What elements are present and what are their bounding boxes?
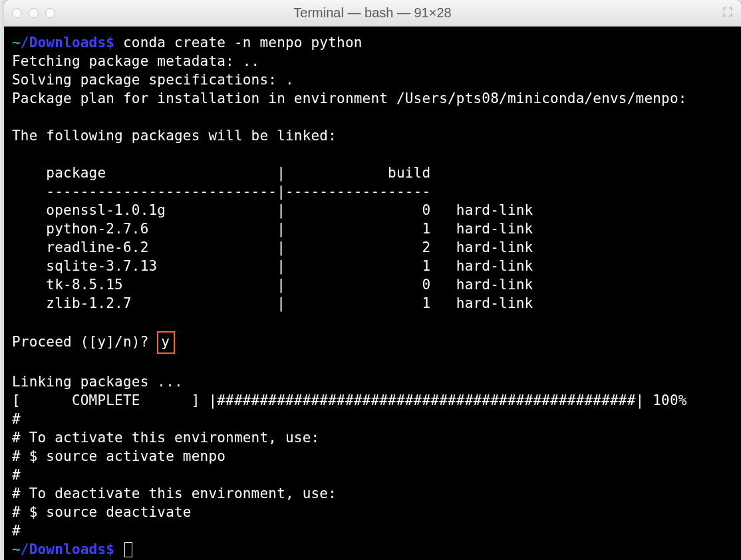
prompt-tilde: ~	[12, 35, 21, 51]
close-button[interactable]	[12, 8, 22, 18]
prompt-dollar: $	[106, 541, 114, 557]
prompt-dollar: $	[106, 35, 114, 51]
zoom-button[interactable]	[45, 8, 55, 18]
table-row: zlib-1.2.7 | 1 hard-link	[12, 295, 533, 311]
output-line: Linking packages ...	[12, 374, 183, 390]
minimize-button[interactable]	[29, 8, 39, 18]
table-header: package | build	[12, 165, 430, 181]
titlebar[interactable]: Terminal — bash — 91×28	[4, 0, 741, 27]
prompt-tilde: ~	[12, 541, 21, 557]
table-row: sqlite-3.7.13 | 1 hard-link	[12, 258, 533, 274]
traffic-lights	[12, 8, 55, 18]
comment-line: # To activate this environment, use:	[12, 430, 319, 446]
comment-line: #	[12, 411, 21, 427]
window-title: Terminal — bash — 91×28	[293, 5, 451, 21]
table-row: python-2.7.6 | 1 hard-link	[12, 221, 533, 237]
terminal-window: Terminal — bash — 91×28 ~/Downloads$ con…	[4, 0, 741, 560]
comment-line: # $ source deactivate	[12, 504, 192, 520]
comment-line: #	[12, 523, 21, 539]
proceed-prompt: Proceed ([y]/n)?	[12, 334, 149, 350]
comment-line: # $ source activate menpo	[12, 448, 225, 464]
comment-line: #	[12, 467, 21, 483]
table-row: tk-8.5.15 | 0 hard-link	[12, 277, 533, 293]
prompt-path: /Downloads	[21, 541, 106, 557]
output-line: The following packages will be linked:	[12, 128, 337, 144]
command-line: conda create -n menpo python	[123, 35, 363, 51]
output-line: Solving package specifications: .	[12, 72, 294, 88]
cursor	[124, 542, 132, 557]
expand-icon[interactable]	[722, 6, 733, 20]
prompt-path: /Downloads	[21, 35, 106, 51]
output-line: Package plan for installation in environ…	[12, 90, 687, 106]
proceed-answer: y	[157, 331, 175, 354]
output-line: Fetching package metadata: ..	[12, 53, 259, 69]
table-row: openssl-1.0.1g | 0 hard-link	[12, 202, 533, 218]
comment-line: # To deactivate this environment, use:	[12, 486, 337, 501]
progress-bar: [ COMPLETE ] |##########################…	[12, 392, 687, 408]
table-row: readline-6.2 | 2 hard-link	[12, 239, 533, 255]
table-divider: ---------------------------|------------…	[12, 184, 430, 200]
terminal-content[interactable]: ~/Downloads$ conda create -n menpo pytho…	[4, 27, 741, 560]
